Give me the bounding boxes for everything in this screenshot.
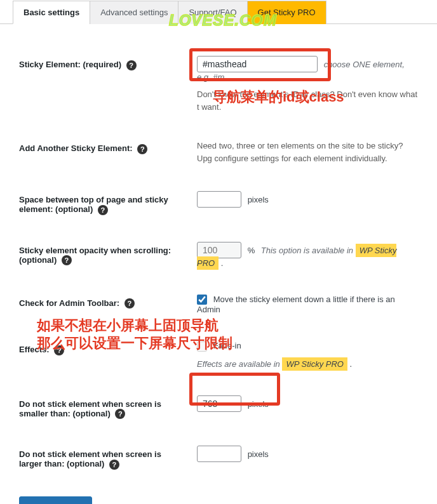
- annotation-text: 如果不想在小屏幕上固顶导航: [37, 316, 218, 335]
- sticky-element-input[interactable]: [197, 56, 318, 72]
- space-top-input[interactable]: [197, 191, 241, 208]
- add-another-label: Add Another Sticky Element: ?: [19, 140, 197, 154]
- help-icon[interactable]: ?: [98, 205, 108, 215]
- unit-label: pixels: [248, 195, 269, 204]
- percent-label: %: [248, 246, 255, 255]
- pro-badge: WP Sticky PRO: [282, 357, 347, 371]
- help-icon[interactable]: ?: [115, 409, 125, 419]
- annotation-text: 那么可以设置一下屏幕尺寸限制: [37, 334, 232, 353]
- sticky-element-label: Sticky Element: (required) ?: [19, 56, 197, 70]
- max-screen-input[interactable]: [197, 446, 241, 462]
- opacity-input: [197, 242, 241, 258]
- help-icon[interactable]: ?: [62, 255, 72, 265]
- min-screen-input[interactable]: [197, 395, 241, 412]
- tab-support-faq[interactable]: Support/FAQ: [178, 1, 247, 24]
- admin-toolbar-checkbox[interactable]: [197, 295, 207, 305]
- help-icon[interactable]: ?: [137, 144, 147, 154]
- effects-note: Effects are available in: [197, 359, 280, 369]
- help-icon[interactable]: ?: [124, 298, 135, 308]
- max-screen-label: Do not stick element when screen is larg…: [19, 446, 197, 470]
- space-top-label: Space between top of page and sticky ele…: [19, 191, 197, 215]
- unit-label: pixels: [248, 399, 269, 409]
- opacity-label: Sticky element opacity when scrolling: (…: [19, 242, 197, 266]
- help-icon[interactable]: ?: [109, 460, 119, 470]
- unit-label: pixels: [248, 449, 269, 459]
- tab-get-sticky-pro[interactable]: Get Sticky PRO: [247, 1, 326, 24]
- save-changes-button[interactable]: Save Changes: [19, 496, 92, 504]
- annotation-text: 导航菜单的id或class: [213, 88, 344, 107]
- admin-toolbar-label: Check for Admin Toolbar: ?: [19, 295, 197, 309]
- help-icon[interactable]: ?: [126, 60, 137, 70]
- tabs-bar: Basic settings Advanced settings Support…: [0, 0, 437, 24]
- opacity-note: This option is available in: [261, 246, 353, 255]
- add-another-desc: Need two, three or ten elements on the s…: [197, 140, 418, 164]
- tab-basic-settings[interactable]: Basic settings: [13, 1, 90, 24]
- tab-advanced-settings[interactable]: Advanced settings: [90, 1, 178, 24]
- admin-toolbar-text: Move the sticky element down a little if…: [197, 295, 395, 315]
- min-screen-label: Do not stick element when screen is smal…: [19, 395, 197, 420]
